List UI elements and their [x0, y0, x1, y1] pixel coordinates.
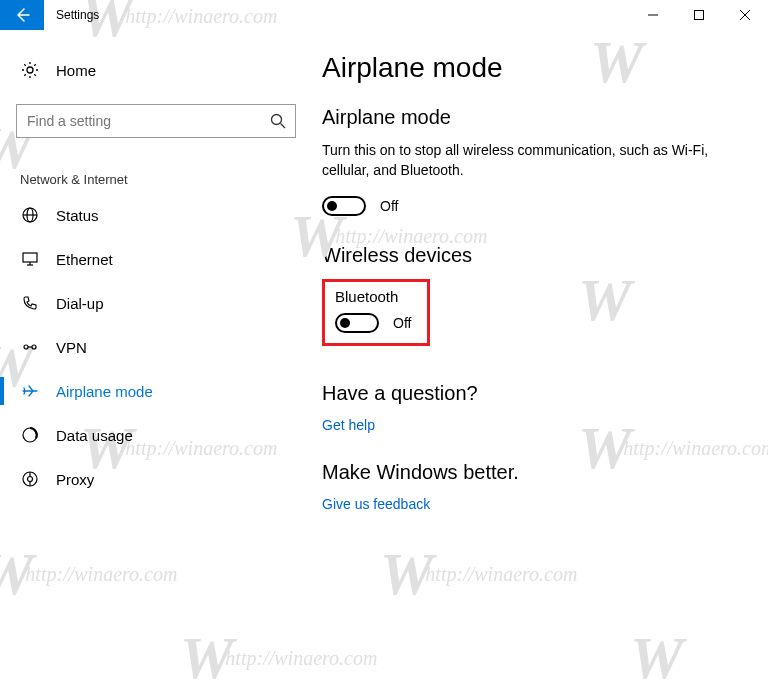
- nav-group-header: Network & Internet: [0, 138, 312, 193]
- content-pane: Airplane mode Airplane mode Turn this on…: [312, 30, 768, 687]
- nav-label: Status: [56, 207, 99, 224]
- svg-rect-10: [23, 253, 37, 262]
- give-feedback-link[interactable]: Give us feedback: [322, 496, 728, 512]
- nav-label: Airplane mode: [56, 383, 153, 400]
- svg-point-14: [32, 345, 36, 349]
- svg-point-5: [272, 115, 282, 125]
- minimize-button[interactable]: [630, 0, 676, 30]
- bluetooth-toggle-row: Off: [335, 313, 411, 333]
- data-usage-icon: [20, 425, 40, 445]
- nav-item-ethernet[interactable]: Ethernet: [0, 237, 312, 281]
- settings-window: Whttp://winaero.com W W Whttp://winaero.…: [0, 0, 768, 687]
- bluetooth-label: Bluetooth: [335, 288, 411, 305]
- airplane-mode-description: Turn this on to stop all wireless commun…: [322, 141, 722, 180]
- nav-label: Data usage: [56, 427, 133, 444]
- back-button[interactable]: [0, 0, 44, 30]
- nav-item-data-usage[interactable]: Data usage: [0, 413, 312, 457]
- airplane-icon: [20, 381, 40, 401]
- airplane-mode-section-title: Airplane mode: [322, 106, 728, 129]
- window-controls: [630, 0, 768, 30]
- nav-item-airplane-mode[interactable]: Airplane mode: [0, 369, 312, 413]
- page-title: Airplane mode: [322, 52, 728, 84]
- airplane-mode-toggle-row: Off: [322, 196, 728, 216]
- nav-item-dialup[interactable]: Dial-up: [0, 281, 312, 325]
- nav-item-status[interactable]: Status: [0, 193, 312, 237]
- vpn-icon: [20, 337, 40, 357]
- globe-icon: [20, 205, 40, 225]
- bluetooth-toggle-state: Off: [393, 315, 411, 331]
- feedback-section-title: Make Windows better.: [322, 461, 728, 484]
- bluetooth-toggle[interactable]: [335, 313, 379, 333]
- svg-line-6: [281, 124, 286, 129]
- search-icon: [269, 112, 287, 133]
- nav-item-vpn[interactable]: VPN: [0, 325, 312, 369]
- search-input[interactable]: [17, 105, 295, 137]
- home-label: Home: [56, 62, 96, 79]
- get-help-link[interactable]: Get help: [322, 417, 728, 433]
- close-button[interactable]: [722, 0, 768, 30]
- gear-icon: [20, 60, 40, 80]
- nav-label: VPN: [56, 339, 87, 356]
- airplane-mode-toggle-state: Off: [380, 198, 398, 214]
- nav-label: Proxy: [56, 471, 94, 488]
- titlebar: Settings: [0, 0, 768, 30]
- svg-point-18: [28, 477, 33, 482]
- proxy-icon: [20, 469, 40, 489]
- search-box[interactable]: [16, 104, 296, 138]
- monitor-icon: [20, 249, 40, 269]
- bluetooth-highlight-box: Bluetooth Off: [322, 279, 430, 346]
- nav-item-proxy[interactable]: Proxy: [0, 457, 312, 501]
- maximize-button[interactable]: [676, 0, 722, 30]
- svg-point-13: [24, 345, 28, 349]
- svg-point-4: [27, 67, 33, 73]
- question-section-title: Have a question?: [322, 382, 728, 405]
- nav-label: Dial-up: [56, 295, 104, 312]
- nav-label: Ethernet: [56, 251, 113, 268]
- window-title: Settings: [56, 8, 99, 22]
- wireless-devices-section-title: Wireless devices: [322, 244, 728, 267]
- svg-rect-1: [695, 11, 704, 20]
- phone-icon: [20, 293, 40, 313]
- home-nav[interactable]: Home: [0, 50, 312, 90]
- sidebar: Home Network & Internet Status Ethernet …: [0, 30, 312, 687]
- airplane-mode-toggle[interactable]: [322, 196, 366, 216]
